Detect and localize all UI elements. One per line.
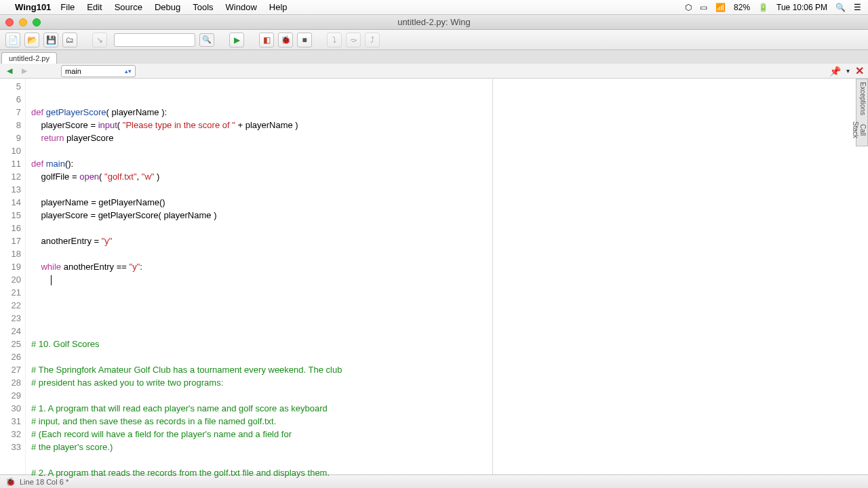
traffic-lights bbox=[5, 18, 41, 26]
editor-splitter[interactable] bbox=[492, 79, 493, 474]
line-gutter: 5678910111213141516171819202122232425262… bbox=[0, 79, 26, 474]
code-line[interactable]: # input, and then save these as records … bbox=[31, 415, 868, 428]
spotlight-icon[interactable]: 🔍 bbox=[835, 3, 846, 12]
menu-source[interactable]: Source bbox=[115, 2, 142, 12]
clock[interactable]: Tue 10:06 PM bbox=[776, 3, 827, 12]
code-area[interactable]: def getPlayerScore( playerName ): player… bbox=[26, 79, 868, 474]
screen-icon[interactable]: ▭ bbox=[700, 3, 707, 12]
editor[interactable]: 5678910111213141516171819202122232425262… bbox=[0, 79, 868, 474]
debug-button[interactable]: 🐞 bbox=[278, 33, 293, 47]
code-line[interactable] bbox=[31, 312, 868, 325]
close-window-button[interactable] bbox=[5, 18, 14, 26]
menu-help[interactable]: Help bbox=[269, 2, 288, 12]
file-tab[interactable]: untitled-2.py bbox=[1, 52, 57, 64]
goto-def-button[interactable]: ↘ bbox=[92, 33, 107, 47]
callstack-tab[interactable]: Call Stack bbox=[857, 117, 867, 143]
bug-icon[interactable]: 🐞 bbox=[5, 477, 16, 487]
code-line[interactable]: # 10. Golf Scores bbox=[31, 338, 868, 350]
code-line[interactable]: # 1. A program that will read each playe… bbox=[31, 402, 868, 415]
save-file-button[interactable]: 💾 bbox=[43, 33, 58, 47]
close-editor-button[interactable]: ✕ bbox=[855, 64, 864, 77]
chevron-updown-icon: ▴▾ bbox=[125, 68, 132, 75]
code-line[interactable] bbox=[31, 273, 868, 286]
code-line[interactable] bbox=[31, 247, 868, 260]
menu-edit[interactable]: Edit bbox=[87, 2, 102, 12]
search-input[interactable] bbox=[114, 33, 195, 47]
menu-tools[interactable]: Tools bbox=[193, 2, 213, 12]
code-line[interactable]: # the player's score.) bbox=[31, 441, 868, 453]
code-line[interactable] bbox=[31, 183, 868, 196]
nav-forward-button[interactable]: ▶ bbox=[19, 66, 30, 77]
battery-label: 82% bbox=[734, 3, 750, 12]
side-panel-tabs: Exceptions Call Stack bbox=[856, 79, 868, 146]
code-line[interactable] bbox=[31, 222, 868, 235]
save-all-button[interactable]: 🗂 bbox=[62, 33, 77, 47]
search-button[interactable]: 🔍 bbox=[199, 33, 214, 47]
code-line[interactable] bbox=[31, 325, 868, 338]
step-into-button[interactable]: ⤵ bbox=[327, 33, 342, 47]
run-button[interactable]: ▶ bbox=[229, 33, 244, 47]
new-file-button[interactable]: 📄 bbox=[5, 33, 20, 47]
nav-row: ◀ ▶ main ▴▾ 📌 ▾ ✕ bbox=[0, 64, 868, 79]
code-line[interactable]: playerName = getPlayerName() bbox=[31, 196, 868, 209]
zoom-window-button[interactable] bbox=[33, 18, 41, 26]
menu-file[interactable]: File bbox=[60, 2, 75, 12]
code-line[interactable]: golfFile = open( "golf.txt", "w" ) bbox=[31, 170, 868, 183]
code-line[interactable]: while anotherEntry == "y": bbox=[31, 260, 868, 273]
code-line[interactable]: anotherEntry = "y" bbox=[31, 235, 868, 247]
code-line[interactable]: # 2. A program that reads the records fr… bbox=[31, 466, 868, 479]
macos-menubar: Wing101 File Edit Source Debug Tools Win… bbox=[0, 0, 868, 15]
step-over-button[interactable]: ⤼ bbox=[346, 33, 361, 47]
file-tabs: untitled-2.py bbox=[0, 50, 868, 64]
menu-debug[interactable]: Debug bbox=[155, 2, 180, 12]
menu-window[interactable]: Window bbox=[226, 2, 257, 12]
minimize-window-button[interactable] bbox=[19, 18, 27, 26]
code-line[interactable]: def main(): bbox=[31, 157, 868, 170]
menu-icon[interactable]: ☰ bbox=[854, 3, 861, 12]
code-line[interactable]: def getPlayerScore( playerName ): bbox=[31, 106, 868, 119]
exceptions-tab[interactable]: Exceptions bbox=[857, 82, 867, 115]
app-name[interactable]: Wing101 bbox=[15, 2, 51, 12]
code-line[interactable] bbox=[31, 350, 868, 363]
pin-icon[interactable]: 📌 bbox=[829, 66, 841, 77]
code-line[interactable]: # president has asked you to write two p… bbox=[31, 376, 868, 389]
code-line[interactable]: # The Springfork Amateur Golf Club has a… bbox=[31, 363, 868, 376]
debug-stop-button[interactable]: ◧ bbox=[259, 33, 274, 47]
code-line[interactable] bbox=[31, 299, 868, 312]
dropbox-icon[interactable]: ⬡ bbox=[685, 3, 692, 12]
scope-label: main bbox=[65, 67, 81, 75]
scope-selector[interactable]: main ▴▾ bbox=[61, 65, 136, 77]
window-titlebar: untitled-2.py: Wing bbox=[0, 15, 868, 30]
stop-button[interactable]: ■ bbox=[297, 33, 312, 47]
nav-back-button[interactable]: ◀ bbox=[4, 66, 15, 77]
step-out-button[interactable]: ⤴ bbox=[365, 33, 380, 47]
code-line[interactable]: playerScore = getPlayerScore( playerName… bbox=[31, 209, 868, 222]
open-file-button[interactable]: 📂 bbox=[24, 33, 39, 47]
battery-icon[interactable]: 🔋 bbox=[758, 3, 768, 12]
options-dropdown-icon[interactable]: ▾ bbox=[846, 67, 850, 75]
code-line[interactable]: return playerScore bbox=[31, 131, 868, 144]
code-line[interactable] bbox=[31, 453, 868, 466]
code-line[interactable] bbox=[31, 389, 868, 402]
code-line[interactable]: playerScore = input( "Please type in the… bbox=[31, 119, 868, 131]
window-title: untitled-2.py: Wing bbox=[397, 17, 471, 27]
code-line[interactable] bbox=[31, 286, 868, 299]
toolbar: 📄 📂 💾 🗂 ↘ 🔍 ▶ ◧ 🐞 ■ ⤵ ⤼ ⤴ bbox=[0, 30, 868, 50]
code-line[interactable]: # (Each record will have a field for the… bbox=[31, 428, 868, 441]
code-line[interactable] bbox=[31, 144, 868, 157]
wifi-icon[interactable]: 📶 bbox=[715, 3, 726, 12]
